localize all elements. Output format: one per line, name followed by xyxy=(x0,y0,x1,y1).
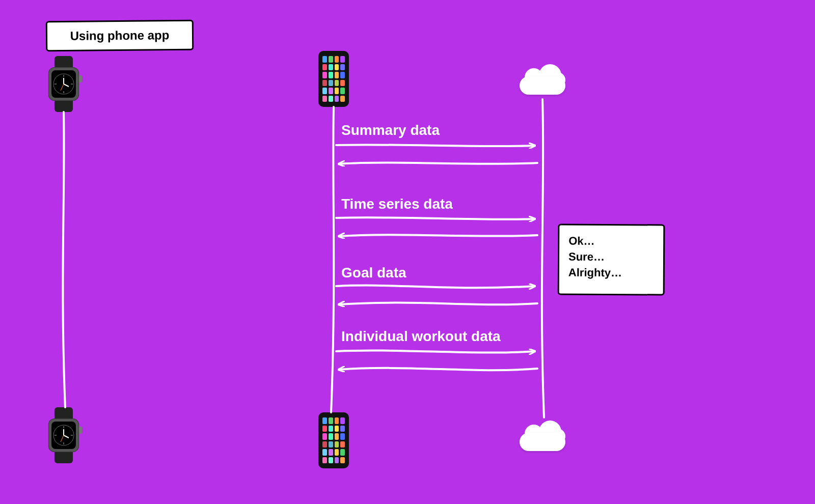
phone-app-icon xyxy=(329,56,333,63)
arrow-goal-response xyxy=(339,303,537,305)
phone-icon-top xyxy=(318,51,349,107)
phone-app-icon xyxy=(322,433,327,440)
watch-face xyxy=(51,70,76,98)
arrow-goal-request xyxy=(336,286,535,288)
svg-line-7 xyxy=(61,84,64,91)
phone-app-icon xyxy=(329,96,333,102)
arrow-workout-request xyxy=(336,350,535,352)
phone-app-icon xyxy=(329,64,333,71)
phone-app-icon xyxy=(329,80,333,87)
phone-app-icon xyxy=(329,417,333,424)
phone-app-icon xyxy=(335,72,339,78)
lifeline-phone xyxy=(331,107,334,412)
svg-line-14 xyxy=(64,435,69,438)
arrow-workout-response xyxy=(339,368,537,370)
svg-line-15 xyxy=(61,435,64,442)
phone-app-icon xyxy=(322,426,327,432)
phone-app-icon xyxy=(335,88,339,94)
phone-app-icon xyxy=(322,64,327,71)
phone-app-icon xyxy=(340,64,345,71)
response-line-1: Ok… xyxy=(568,234,654,250)
phone-app-icon xyxy=(340,56,345,63)
response-line-2: Sure… xyxy=(568,249,654,265)
phone-app-icon xyxy=(335,56,339,63)
phone-app-icon xyxy=(335,64,339,71)
phone-app-icon xyxy=(329,441,333,448)
phone-app-icon xyxy=(322,88,327,94)
watch-icon-bottom xyxy=(43,407,84,463)
phone-app-icon xyxy=(335,449,339,456)
watch-dial-icon xyxy=(51,422,76,449)
phone-app-icon xyxy=(340,80,345,87)
phone-app-icon xyxy=(335,433,339,440)
phone-app-icon xyxy=(335,96,339,102)
watch-crown xyxy=(79,427,82,434)
message-label-workout: Individual workout data xyxy=(341,328,501,345)
phone-app-icon xyxy=(335,426,339,432)
watch-face xyxy=(51,422,76,449)
diagram-lines xyxy=(0,0,815,504)
message-label-summary: Summary data xyxy=(341,122,440,138)
arrow-summary-request xyxy=(336,145,535,146)
lifeline-watch xyxy=(63,112,65,407)
watch-dial-icon xyxy=(51,70,76,98)
cloud-response-box: Ok… Sure… Alrighty… xyxy=(558,223,665,295)
phone-app-icon xyxy=(329,88,333,94)
message-label-timeseries: Time series data xyxy=(341,196,453,212)
phone-app-icon xyxy=(340,426,345,432)
phone-app-icon xyxy=(322,417,327,424)
phone-app-icon xyxy=(340,72,345,78)
arrow-timeseries-response xyxy=(339,235,537,236)
phone-app-icon xyxy=(340,457,345,464)
message-label-goal: Goal data xyxy=(341,265,406,281)
arrow-summary-response xyxy=(339,163,537,164)
phone-app-icon xyxy=(340,449,345,456)
phone-app-icon xyxy=(322,96,327,102)
watch-crown xyxy=(79,75,82,82)
phone-app-icon xyxy=(329,72,333,78)
phone-app-icon xyxy=(322,56,327,63)
watch-icon-top xyxy=(43,56,84,112)
phone-app-icon xyxy=(340,433,345,440)
phone-app-icon xyxy=(322,80,327,87)
phone-app-icon xyxy=(329,426,333,432)
cloud-body xyxy=(520,433,565,451)
phone-app-icon xyxy=(335,457,339,464)
phone-app-icon xyxy=(340,417,345,424)
phone-app-icon xyxy=(335,417,339,424)
cloud-icon-top xyxy=(514,61,570,97)
phone-icon-bottom xyxy=(318,412,349,468)
phone-app-icon xyxy=(335,80,339,87)
arrow-timeseries-request xyxy=(336,217,535,219)
phone-app-icon xyxy=(322,457,327,464)
phone-app-icon xyxy=(335,441,339,448)
phone-app-icon xyxy=(340,88,345,94)
phone-app-icon xyxy=(329,457,333,464)
phone-app-icon xyxy=(322,72,327,78)
title-box: Using phone app xyxy=(46,20,194,52)
title-text: Using phone app xyxy=(70,28,170,43)
phone-app-icon xyxy=(322,449,327,456)
diagram-stage: Using phone app xyxy=(0,0,815,504)
cloud-body xyxy=(520,76,565,95)
phone-app-icon xyxy=(329,449,333,456)
phone-app-icon xyxy=(340,441,345,448)
phone-app-icon xyxy=(329,433,333,440)
response-line-3: Alrighty… xyxy=(568,265,654,281)
cloud-icon-bottom xyxy=(514,417,570,453)
phone-app-icon xyxy=(322,441,327,448)
phone-app-icon xyxy=(340,96,345,102)
lifeline-cloud xyxy=(542,99,544,417)
svg-line-6 xyxy=(64,84,69,87)
